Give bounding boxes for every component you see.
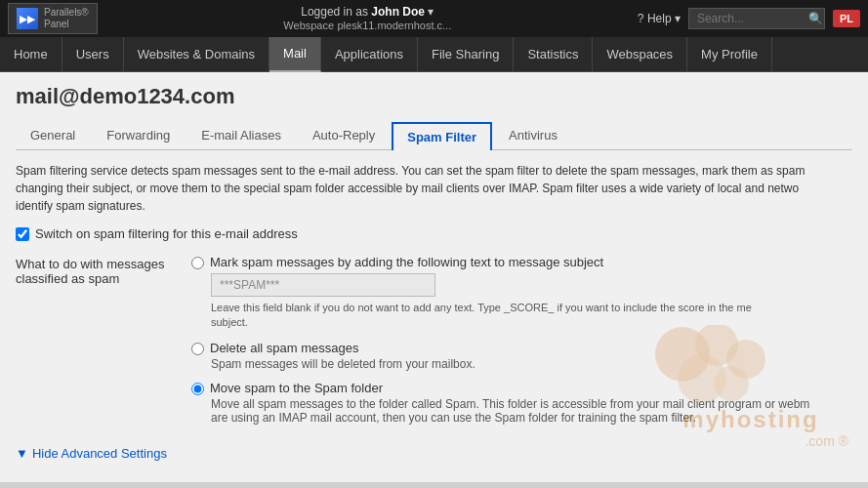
search-box[interactable]: 🔍	[688, 8, 825, 29]
nav-item-webspaces[interactable]: Webspaces	[593, 37, 687, 72]
question-icon: ?	[638, 12, 644, 25]
top-bar: ▶▶ Parallels® Panel Logged in as John Do…	[0, 0, 868, 37]
nav-item-mail[interactable]: Mail	[269, 37, 321, 72]
search-input[interactable]	[697, 12, 805, 25]
nav-item-websites-domains[interactable]: Websites & Domains	[124, 37, 269, 72]
chevron-down-icon: ▼	[16, 446, 28, 461]
nav-item-my-profile[interactable]: My Profile	[687, 37, 772, 72]
user-badge[interactable]: PL	[833, 10, 860, 27]
parallels-logo: ▶▶ Parallels® Panel	[8, 3, 98, 34]
tabs: General Forwarding E-mail Aliases Auto-R…	[16, 121, 852, 150]
spam-action-label: What to do with messagesclassified as sp…	[16, 255, 172, 286]
logged-in-label: Logged in as	[301, 5, 368, 19]
top-bar-center: Logged in as John Doe ▾ Webspace plesk11…	[283, 5, 451, 32]
switch-spam-checkbox[interactable]	[16, 227, 29, 241]
option-move-spam: Move spam to the Spam folder Move all sp…	[191, 381, 852, 425]
delete-spam-desc: Spam messages will be deleted from your …	[211, 357, 852, 371]
tab-spam-filter[interactable]: Spam Filter	[392, 122, 492, 150]
move-spam-desc: Move all spam messages to the folder cal…	[211, 397, 852, 425]
page-title: mail@demo1234.com	[16, 84, 852, 109]
option-delete-spam-radio[interactable]	[191, 343, 204, 355]
mark-spam-hint: Leave this field blank if you do not wan…	[211, 301, 852, 331]
tab-email-aliases[interactable]: E-mail Aliases	[186, 121, 296, 149]
nav-item-statistics[interactable]: Statistics	[514, 37, 593, 72]
search-icon: 🔍	[808, 12, 823, 25]
tab-forwarding[interactable]: Forwarding	[92, 121, 185, 149]
main-content: mail@demo1234.com General Forwarding E-m…	[0, 72, 868, 482]
spam-action-row: What to do with messagesclassified as sp…	[16, 255, 852, 434]
username: John Doe	[371, 5, 425, 19]
option-move-spam-label[interactable]: Move spam to the Spam folder	[191, 381, 852, 395]
option-delete-spam-label[interactable]: Delete all spam messages	[191, 341, 852, 355]
webspace-value: plesk11.modernhost.c...	[337, 20, 451, 31]
hide-advanced-settings[interactable]: ▼ Hide Advanced Settings	[16, 446, 852, 461]
option-mark-spam: Mark spam messages by adding the followi…	[191, 255, 852, 331]
logo-text: Parallels® Panel	[44, 7, 89, 30]
nav-item-users[interactable]: Users	[62, 37, 124, 72]
option-move-spam-radio[interactable]	[191, 383, 204, 395]
top-bar-right: ? Help ▾ 🔍 PL	[638, 8, 860, 29]
nav-item-applications[interactable]: Applications	[321, 37, 418, 72]
tab-auto-reply[interactable]: Auto-Reply	[298, 121, 390, 149]
spam-description: Spam filtering service detects spam mess…	[16, 162, 852, 215]
tab-antivirus[interactable]: Antivirus	[494, 121, 572, 149]
content-area: Spam filtering service detects spam mess…	[16, 162, 852, 461]
nav-item-file-sharing[interactable]: File Sharing	[418, 37, 514, 72]
nav-item-home[interactable]: Home	[0, 37, 62, 72]
option-mark-spam-radio[interactable]	[191, 257, 204, 269]
option-mark-spam-label[interactable]: Mark spam messages by adding the followi…	[191, 255, 852, 269]
switch-spam-label: Switch on spam filtering for this e-mail…	[35, 226, 298, 241]
webspace-label: Webspace	[283, 20, 334, 31]
option-delete-spam: Delete all spam messages Spam messages w…	[191, 341, 852, 371]
tab-general[interactable]: General	[16, 121, 90, 149]
switch-spam-row: Switch on spam filtering for this e-mail…	[16, 226, 852, 241]
spam-subject-input[interactable]	[211, 273, 435, 297]
nav-bar: Home Users Websites & Domains Mail Appli…	[0, 37, 868, 72]
parallels-icon: ▶▶	[17, 8, 38, 29]
help-button[interactable]: ? Help ▾	[638, 12, 681, 25]
spam-options: Mark spam messages by adding the followi…	[191, 255, 852, 434]
top-bar-left: ▶▶ Parallels® Panel	[8, 3, 98, 34]
